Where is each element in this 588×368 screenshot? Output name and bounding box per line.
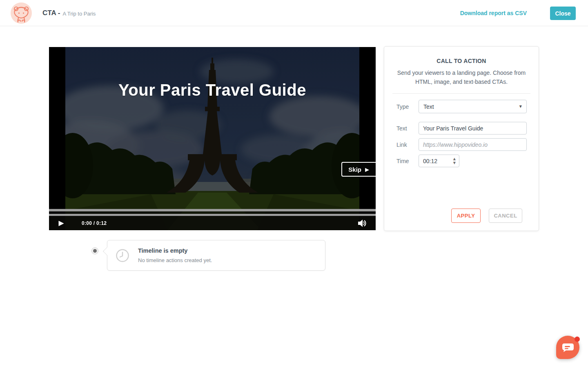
cancel-button[interactable]: CANCEL [489, 209, 522, 223]
video-controls-bar: ▶ 0:00 / 0:12 [49, 216, 376, 230]
download-csv-link[interactable]: Download report as CSV [460, 0, 527, 26]
timeline-empty-title: Timeline is empty [138, 247, 187, 254]
link-field-row: Link [396, 138, 527, 151]
volume-button[interactable] [354, 216, 371, 230]
paris-video-frame [65, 47, 359, 230]
timeline-marker-dot-inner [93, 249, 97, 253]
step-down-icon[interactable]: ▼ [452, 161, 457, 165]
skip-label: Skip [348, 166, 361, 173]
time-input-wrap: ▲ ▼ [419, 155, 459, 167]
type-label: Type [396, 103, 419, 110]
type-selected-value: Text [423, 103, 434, 110]
link-label: Link [396, 141, 419, 148]
chevron-down-icon: ▼ [519, 105, 522, 108]
type-select[interactable]: Text ▼ [419, 100, 527, 113]
skip-play-icon: ▶ [365, 167, 369, 172]
top-bar: CTA - A Trip to Paris Download report as… [0, 0, 588, 26]
cta-text-input[interactable] [419, 122, 527, 135]
play-icon: ▶ [58, 220, 64, 227]
cta-link-input[interactable] [419, 138, 527, 151]
text-field-row: Text [396, 122, 527, 135]
video-overlay-title: Your Paris Travel Guide [49, 81, 376, 99]
time-label: Time [396, 158, 419, 164]
cta-divider [392, 93, 530, 94]
play-button[interactable]: ▶ [49, 216, 74, 230]
video-name-subtitle: A Trip to Paris [62, 10, 96, 17]
close-button[interactable]: Close [550, 7, 576, 20]
timeline-empty-subtitle: No timeline actions created yet. [138, 257, 212, 263]
page-title: CTA - [42, 9, 60, 17]
breadcrumb: CTA - A Trip to Paris [42, 0, 96, 26]
chat-launcher-button[interactable] [556, 336, 579, 359]
cta-panel: CALL TO ACTION Send your viewers to a la… [384, 46, 539, 231]
time-field-row: Time ▲ ▼ [396, 155, 527, 167]
skip-button[interactable]: Skip ▶ [341, 162, 376, 177]
video-player[interactable]: Your Paris Travel Guide Skip ▶ ▶ 0:00 / … [49, 47, 376, 230]
chat-bubble-icon [562, 343, 574, 352]
time-stepper: ▲ ▼ [452, 157, 457, 165]
video-time-display: 0:00 / 0:12 [82, 220, 107, 226]
timeline-empty-card: Timeline is empty No timeline actions cr… [107, 240, 325, 271]
text-label: Text [396, 125, 419, 132]
cta-panel-title: CALL TO ACTION [384, 58, 539, 64]
apply-button[interactable]: APPLY [451, 209, 481, 223]
cta-panel-description: Send your viewers to a landing page. Cho… [396, 69, 527, 86]
cta-editor-page: CTA - A Trip to Paris Download report as… [0, 0, 588, 368]
timeline-marker-dot [91, 247, 98, 254]
volume-icon [358, 219, 367, 227]
type-field-row: Type Text ▼ [396, 100, 527, 113]
chat-notification-dot [575, 337, 580, 342]
step-up-icon[interactable]: ▲ [452, 157, 457, 161]
hippo-logo-icon [11, 2, 32, 24]
clock-icon [116, 249, 129, 262]
